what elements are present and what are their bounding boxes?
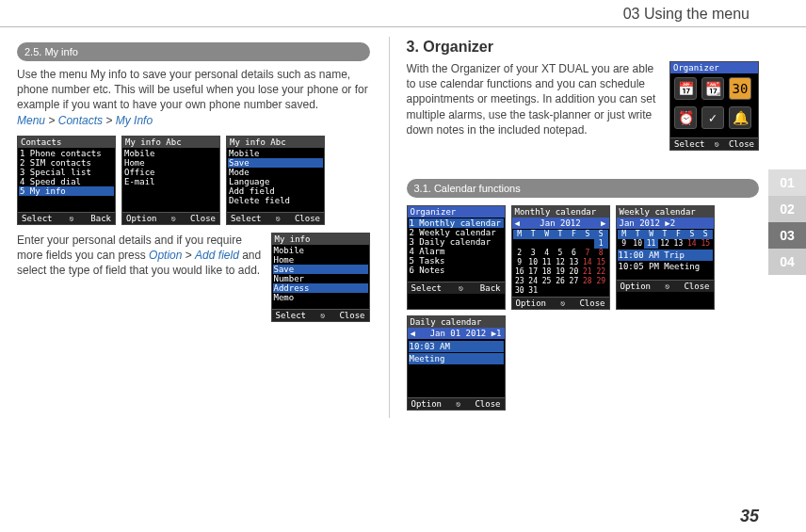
phone-organizer-icons: Organizer 📅 📆 30 ⏰ ✓ 🔔 SelectClose bbox=[669, 61, 759, 151]
list-item: 5 Tasks bbox=[409, 256, 504, 266]
week-days: 9101112131415 bbox=[618, 239, 713, 249]
list-item: Memo bbox=[273, 293, 368, 302]
softkey-right: Close bbox=[190, 214, 216, 223]
day-nav: ◀Jan 01 2012 ▶1 bbox=[408, 328, 505, 339]
titlebar: Monthly calendar bbox=[512, 206, 609, 218]
tab-02: 02 bbox=[768, 196, 806, 222]
list-item-selected: 1 Monthly calendar bbox=[409, 218, 504, 228]
list-item: Mobile bbox=[273, 246, 368, 255]
titlebar: Organizer bbox=[408, 206, 505, 218]
softkey-left: Select bbox=[674, 139, 705, 149]
softkey-mid-icon bbox=[715, 139, 719, 149]
month-label: Jan 2012 bbox=[540, 218, 580, 228]
softkey-left: Option bbox=[411, 399, 443, 409]
softkey-left: Option bbox=[621, 282, 652, 291]
list-item: Office bbox=[123, 168, 218, 177]
list-item: 3 Special list bbox=[19, 168, 114, 177]
phone-contacts: Contacts 1 Phone contacts 2 SIM contacts… bbox=[17, 136, 116, 225]
softkey-left: Select bbox=[22, 214, 53, 223]
softkey-mid-icon bbox=[456, 399, 460, 409]
titlebar: My info Abc bbox=[122, 137, 219, 148]
menu-path-b: Contacts bbox=[58, 114, 103, 127]
list-item: Add field bbox=[228, 186, 323, 196]
text-addfield: Add field bbox=[195, 249, 239, 262]
list-item: Delete field bbox=[228, 196, 323, 205]
list-item: Language bbox=[228, 177, 323, 186]
month-nav: ◀Jan 2012▶ bbox=[512, 218, 609, 229]
calendar-grid: MTWTFSS123456789101112131415161718192021… bbox=[513, 230, 608, 296]
titlebar: Weekly calendar bbox=[617, 206, 714, 218]
screens-calendar: Organizer 1 Monthly calendar 2 Weekly ca… bbox=[407, 205, 760, 411]
text-option: Option bbox=[149, 249, 182, 262]
notes-icon: 🔔 bbox=[729, 106, 751, 129]
tab-03: 03 bbox=[768, 222, 806, 249]
para-myinfo-1: Use the menu My info to save your person… bbox=[17, 67, 370, 113]
organizer-icon-grid: 📅 📆 30 ⏰ ✓ 🔔 bbox=[670, 73, 758, 137]
softkey-right: Close bbox=[475, 399, 500, 409]
menu-path: Menu > Contacts > My Info bbox=[17, 113, 370, 128]
list-item: Mode bbox=[228, 168, 323, 177]
phone-myinfo-menu: My info Abc Mobile Save Mode Language Ad… bbox=[226, 136, 325, 225]
next-icon: ▶ bbox=[601, 218, 605, 228]
left-column: 2.5. My info Use the menu My info to sav… bbox=[17, 37, 370, 418]
menu-path-a: Menu bbox=[17, 114, 45, 127]
softkey-mid-icon bbox=[665, 282, 669, 291]
week-icon: 📆 bbox=[701, 77, 724, 100]
event-time: 10:03 AM bbox=[409, 341, 504, 352]
list-item-selected: Save bbox=[228, 158, 323, 168]
sep: > bbox=[105, 114, 115, 127]
event: 11:00 AM Trip bbox=[618, 250, 713, 261]
section-3-1-title: 3.1. Calendar functions bbox=[407, 179, 760, 198]
titlebar: My info Abc bbox=[227, 137, 324, 148]
page-number: 35 bbox=[740, 507, 759, 526]
softkey-right: Close bbox=[729, 139, 754, 149]
chapter-tabs: 01 02 03 04 bbox=[768, 169, 806, 275]
titlebar: Daily calendar bbox=[408, 316, 505, 328]
titlebar: My info bbox=[272, 234, 369, 245]
event-title: Meeting bbox=[409, 353, 504, 364]
event: 10:05 PM Meeting bbox=[618, 262, 713, 271]
screens-row-1: Contacts 1 Phone contacts 2 SIM contacts… bbox=[17, 136, 370, 225]
softkey-left: Option bbox=[126, 214, 157, 223]
list-item: 4 Speed dial bbox=[19, 177, 114, 186]
prev-icon: ◀ bbox=[411, 329, 415, 338]
phone-organizer-list: Organizer 1 Monthly calendar 2 Weekly ca… bbox=[407, 205, 506, 310]
softkey-right: Back bbox=[480, 283, 501, 293]
phone-daily-calendar: Daily calendar ◀Jan 01 2012 ▶1 10:03 AM … bbox=[407, 315, 506, 411]
calendar-icon: 📅 bbox=[674, 77, 697, 100]
titlebar: Contacts bbox=[18, 137, 115, 148]
menu-path-c: My Info bbox=[116, 114, 153, 127]
softkey-mid-icon bbox=[70, 214, 74, 223]
page-header: 03 Using the menu bbox=[0, 0, 806, 27]
softkey-left: Select bbox=[276, 311, 307, 320]
titlebar: Organizer bbox=[670, 62, 758, 73]
phone-myinfo-edit: My info Abc Mobile Home Office E-mail Op… bbox=[121, 136, 220, 225]
softkey-mid-icon bbox=[459, 283, 463, 293]
softkey-right: Close bbox=[684, 282, 709, 291]
softkey-right: Close bbox=[295, 214, 320, 223]
list-item-selected: 5 My info bbox=[19, 186, 114, 196]
softkey-right: Close bbox=[579, 298, 604, 308]
right-column: 3. Organizer Organizer 📅 📆 30 ⏰ ✓ 🔔 Sele… bbox=[389, 37, 760, 418]
softkey-left: Select bbox=[231, 214, 262, 223]
list-item: 3 Daily calendar bbox=[409, 237, 504, 247]
list-item: 4 Alarm bbox=[409, 247, 504, 256]
softkey-right: Close bbox=[339, 311, 364, 320]
phone-weekly-calendar: Weekly calendar Jan 2012 ▶2 MTWTFSS 9101… bbox=[616, 205, 715, 310]
softkey-right: Back bbox=[90, 214, 111, 223]
heading-organizer: 3. Organizer bbox=[407, 39, 760, 56]
day-icon: 30 bbox=[729, 77, 751, 100]
softkey-mid-icon bbox=[171, 214, 176, 223]
softkey-mid-icon bbox=[276, 214, 281, 223]
prev-icon: ◀ bbox=[515, 218, 520, 228]
list-item: Number bbox=[273, 274, 368, 283]
tab-01: 01 bbox=[768, 169, 806, 196]
softkey-mid-icon bbox=[560, 298, 565, 308]
softkey-left: Option bbox=[516, 298, 547, 308]
day-label: Jan 01 2012 ▶1 bbox=[430, 329, 502, 338]
list-item: 2 Weekly calendar bbox=[409, 228, 504, 237]
section-2-5-title: 2.5. My info bbox=[17, 42, 370, 61]
list-item: 2 SIM contacts bbox=[19, 158, 114, 168]
week-dow: MTWTFSS bbox=[618, 230, 713, 239]
list-item: 6 Notes bbox=[409, 266, 504, 275]
